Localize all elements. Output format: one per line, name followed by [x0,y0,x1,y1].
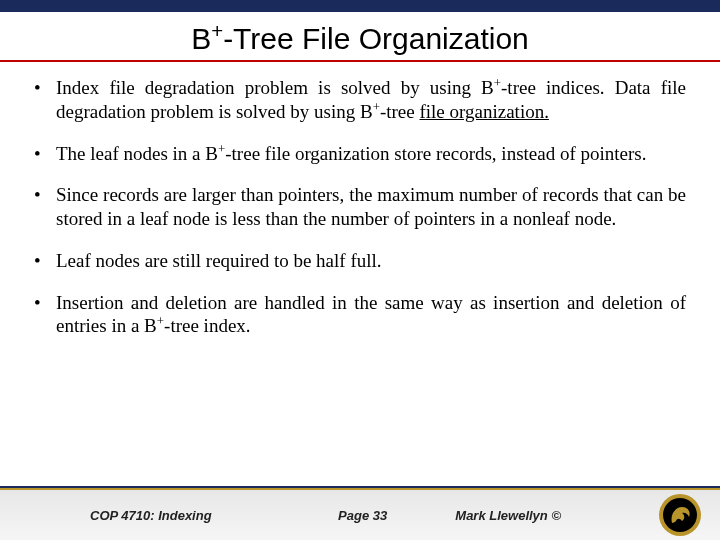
bullet-dot: • [34,76,56,124]
bullet-text: Index file degradation problem is solved… [56,76,686,124]
bullet-text: Insertion and deletion are handled in th… [56,291,686,339]
bullet-text: Since records are larger than pointers, … [56,183,686,231]
bullet-dot: • [34,142,56,166]
bullet-item: • Since records are larger than pointers… [34,183,686,231]
bullet-dot: • [34,183,56,231]
bullet-text: The leaf nodes in a B+-tree file organiz… [56,142,686,166]
slide-title: B+-Tree File Organization [0,12,720,60]
bullet-item: • Index file degradation problem is solv… [34,76,686,124]
footer: COP 4710: Indexing Page 33 Mark Llewelly… [0,490,720,540]
bullet-text: Leaf nodes are still required to be half… [56,249,686,273]
footer-author: Mark Llewellyn © [455,508,635,523]
footer-wrap: COP 4710: Indexing Page 33 Mark Llewelly… [0,486,720,540]
bullet-dot: • [34,291,56,339]
ucf-pegasus-logo-icon [658,493,702,537]
bullet-item: • Leaf nodes are still required to be ha… [34,249,686,273]
footer-course: COP 4710: Indexing [90,508,270,523]
content-area: • Index file degradation problem is solv… [0,76,720,338]
top-bar [0,0,720,12]
footer-page: Page 33 [293,508,433,523]
title-underline [0,60,720,62]
bullet-item: • The leaf nodes in a B+-tree file organ… [34,142,686,166]
bullet-item: • Insertion and deletion are handled in … [34,291,686,339]
bullet-dot: • [34,249,56,273]
